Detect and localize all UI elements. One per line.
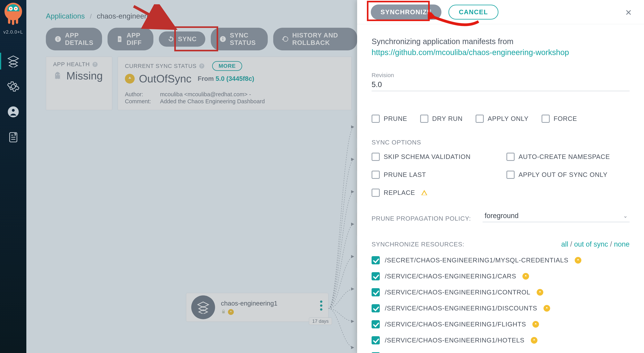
gear-icon — [7, 80, 20, 93]
nav-docs[interactable]: ? — [0, 125, 26, 150]
resource-checkbox[interactable] — [372, 320, 380, 328]
cancel-button[interactable]: CANCEL — [448, 5, 498, 20]
resource-row[interactable]: /SECRET/CHAOS-ENGINEERING1/MYSQL-CREDENT… — [372, 256, 630, 264]
sync-message-text: Synchronizing application manifests from — [372, 37, 514, 46]
sync-panel: SYNCHRONIZE CANCEL ✕ Synchronizing appli… — [357, 0, 644, 353]
prune-policy-select[interactable]: foreground ⌄ — [482, 212, 630, 222]
svg-rect-11 — [119, 40, 120, 40]
resource-row[interactable]: /SERVICE/CHAOS-ENGINEERING1/DISCOUNTS — [372, 304, 630, 312]
svg-point-1 — [12, 109, 15, 112]
resource-row[interactable]: /SERVICE/CHAOS-ENGINEERING1/INSURANCES — [372, 352, 630, 353]
prune-last-label: PRUNE LAST — [384, 171, 426, 178]
breadcrumb-current: chaos-engineering1 — [97, 12, 160, 20]
sync-button[interactable]: SYNC — [159, 32, 205, 47]
resource-checkbox[interactable] — [372, 256, 380, 264]
resource-checkbox[interactable] — [372, 288, 380, 296]
lock-icon — [221, 309, 226, 315]
out-of-sync-badge-icon — [544, 305, 550, 312]
auto-ns-checkbox[interactable]: AUTO-CREATE NAMESPACE — [506, 153, 630, 161]
nav-applications[interactable] — [0, 49, 26, 74]
from-label: From — [198, 75, 214, 82]
repo-link[interactable]: https://github.com/mcouliba/chaos-engine… — [372, 48, 569, 57]
close-icon[interactable]: ✕ — [625, 8, 632, 17]
sync-status-title: CURRENT SYNC STATUS — [125, 63, 196, 69]
synchronize-button[interactable]: SYNCHRONIZE — [371, 5, 442, 20]
prune-last-checkbox[interactable]: PRUNE LAST — [372, 171, 495, 179]
more-button[interactable]: MORE — [212, 61, 242, 71]
out-of-sync-badge-icon — [522, 273, 529, 280]
svg-rect-8 — [58, 39, 58, 41]
apply-only-checkbox[interactable]: APPLY ONLY — [476, 115, 529, 123]
app-health-status: Missing — [66, 70, 103, 82]
resource-list: /SECRET/CHAOS-ENGINEERING1/MYSQL-CREDENT… — [372, 256, 630, 353]
nav-user[interactable] — [0, 99, 26, 125]
author-value: mcouliba <mcouliba@redhat.com> - — [160, 91, 251, 98]
revision-label: Revision — [372, 72, 630, 79]
resource-checkbox[interactable] — [372, 304, 380, 312]
force-checkbox[interactable]: FORCE — [542, 115, 577, 123]
filter-none-link[interactable]: none — [614, 240, 630, 248]
svg-rect-10 — [119, 39, 120, 39]
force-label: FORCE — [554, 115, 577, 122]
history-rollback-label: HISTORY AND ROLLBACK — [292, 32, 348, 47]
app-details-button[interactable]: APP DETAILS — [46, 28, 102, 50]
help-icon[interactable]: ? — [92, 62, 98, 67]
author-label: Author: — [125, 91, 156, 98]
resource-row[interactable]: /SERVICE/CHAOS-ENGINEERING1/FLIGHTS — [372, 320, 630, 328]
resource-checkbox[interactable] — [372, 352, 380, 353]
resource-checkbox[interactable] — [372, 336, 380, 344]
info-circle-icon — [54, 36, 62, 43]
prune-policy-label: PRUNE PROPAGATION POLICY: — [372, 215, 471, 222]
help-icon[interactable]: ? — [199, 64, 204, 69]
resource-checkbox[interactable] — [372, 272, 380, 280]
app-node-menu-button[interactable] — [320, 300, 322, 311]
sync-icon — [168, 36, 174, 43]
sync-resources-filters: all / out of sync / none — [561, 240, 630, 248]
out-of-sync-badge-icon — [532, 321, 539, 328]
resource-path: /SERVICE/CHAOS-ENGINEERING1/DISCOUNTS — [385, 304, 537, 312]
sync-options-title: SYNC OPTIONS — [372, 139, 630, 146]
breadcrumb-root-link[interactable]: Applications — [46, 12, 85, 20]
sync-status-label: SYNC STATUS — [230, 32, 259, 47]
svg-rect-20 — [424, 194, 425, 195]
app-root-node[interactable]: chaos-engineering1 — [186, 293, 328, 322]
out-of-sync-badge-icon — [228, 309, 234, 315]
sync-resources-title: SYNCHRONIZE RESOURCES: — [372, 241, 464, 248]
app-node-title: chaos-engineering1 — [221, 300, 278, 307]
prune-label: PRUNE — [384, 115, 407, 122]
resource-path: /SERVICE/CHAOS-ENGINEERING1/FLIGHTS — [385, 320, 526, 328]
apply-oos-checkbox[interactable]: APPLY OUT OF SYNC ONLY — [506, 171, 630, 179]
resource-path: /SERVICE/CHAOS-ENGINEERING1/HOTELS — [385, 336, 524, 344]
user-circle-icon — [7, 105, 20, 118]
nav-settings[interactable] — [0, 74, 26, 99]
sync-status-value: OutOfSync — [139, 73, 192, 85]
replace-checkbox[interactable]: REPLACE — [372, 189, 495, 197]
dry-run-checkbox[interactable]: DRY RUN — [420, 115, 463, 123]
filter-all-link[interactable]: all — [561, 240, 568, 248]
out-of-sync-badge-icon — [531, 337, 538, 344]
from-revision-link[interactable]: 5.0 (3445f8c) — [216, 75, 254, 82]
resource-row[interactable]: /SERVICE/CHAOS-ENGINEERING1/HOTELS — [372, 336, 630, 344]
out-of-sync-icon — [125, 74, 135, 84]
resource-row[interactable]: /SERVICE/CHAOS-ENGINEERING1/CONTROL — [372, 288, 630, 296]
app-icon — [191, 295, 215, 319]
sync-flags-row: PRUNE DRY RUN APPLY ONLY FORCE — [372, 115, 630, 123]
history-rollback-button[interactable]: HISTORY AND ROLLBACK — [273, 28, 357, 50]
resource-row[interactable]: /SERVICE/CHAOS-ENGINEERING1/CARS — [372, 272, 630, 280]
app-diff-button[interactable]: APP DIFF — [108, 28, 154, 50]
out-of-sync-badge-icon — [537, 289, 543, 296]
ghost-icon — [53, 71, 63, 81]
out-of-sync-badge-icon — [575, 257, 581, 264]
svg-text:?: ? — [14, 133, 16, 136]
revision-input[interactable]: 5.0 — [372, 81, 630, 89]
stack-icon — [7, 55, 20, 68]
app-details-label: APP DETAILS — [65, 32, 94, 47]
toolbar: APP DETAILS APP DIFF SYNC SYNC STATUS HI… — [26, 24, 357, 50]
auto-ns-label: AUTO-CREATE NAMESPACE — [518, 153, 610, 161]
prune-checkbox[interactable]: PRUNE — [372, 115, 407, 123]
svg-point-14 — [222, 37, 223, 38]
skip-schema-checkbox[interactable]: SKIP SCHEMA VALIDATION — [372, 153, 495, 161]
info-circle-icon — [219, 36, 226, 43]
filter-oos-link[interactable]: out of sync — [574, 240, 608, 248]
sync-status-button[interactable]: SYNC STATUS — [211, 28, 268, 50]
